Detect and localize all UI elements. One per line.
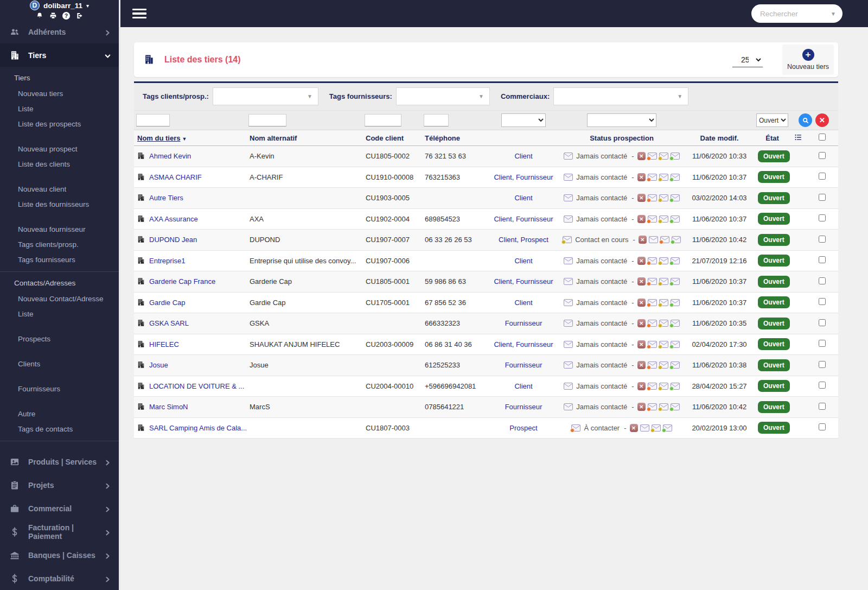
envelope-green-icon[interactable] (671, 215, 680, 223)
envelope-orange-icon[interactable] (648, 299, 657, 306)
x-icon[interactable]: ✕ (630, 424, 638, 432)
sidebar-item-projets[interactable]: Projets (0, 473, 119, 497)
type-links[interactable]: Fournisseur (505, 319, 542, 327)
type-links[interactable]: Fournisseur (505, 403, 542, 411)
search-button[interactable] (799, 113, 812, 127)
x-icon[interactable]: ✕ (637, 340, 646, 348)
envelope-plain-icon[interactable] (564, 215, 573, 223)
x-icon[interactable]: ✕ (639, 236, 647, 244)
search-altname-input[interactable] (248, 114, 286, 126)
envelope-orange-icon[interactable] (648, 341, 657, 348)
envelope-yellow-icon[interactable] (659, 383, 668, 390)
envelope-green-icon[interactable] (663, 424, 672, 432)
submenu-item-autre[interactable]: Autre (0, 406, 119, 421)
company-name-link[interactable]: Josue (149, 361, 168, 369)
sort-name-header[interactable]: Nom du tiers (137, 134, 180, 142)
envelope-plain-icon[interactable] (564, 257, 573, 264)
row-checkbox[interactable] (819, 382, 826, 389)
company-name-link[interactable]: AXA Assurance (149, 215, 198, 223)
row-checkbox[interactable] (819, 340, 826, 347)
sidebar-item-produits-services[interactable]: Produits | Services (0, 450, 119, 473)
row-checkbox[interactable] (819, 194, 826, 201)
company-name-link[interactable]: Gardie Cap (149, 299, 185, 307)
x-icon[interactable]: ✕ (637, 299, 646, 307)
submenu-item-fournisseurs[interactable]: Fournisseurs (0, 381, 119, 396)
type-links[interactable]: Client (514, 257, 532, 265)
search-code-input[interactable] (365, 114, 401, 126)
envelope-green-icon[interactable] (671, 194, 680, 201)
row-checkbox[interactable] (819, 319, 826, 326)
envelope-plain-icon[interactable] (564, 153, 573, 160)
submenu-item-tags-de-contacts[interactable]: Tags de contacts (0, 421, 119, 436)
envelope-yellow-icon[interactable] (659, 341, 668, 348)
company-name-link[interactable]: GSKA SARL (149, 319, 189, 327)
status-filter-select[interactable] (587, 113, 656, 127)
envelope-orange-icon[interactable] (648, 361, 657, 369)
column-selector-icon[interactable] (794, 135, 803, 143)
tags-fournisseurs-dropdown[interactable]: ▼ (396, 87, 490, 105)
envelope-yellow-icon[interactable] (652, 424, 661, 432)
submenu-item-liste[interactable]: Liste (0, 101, 119, 116)
company-name-link[interactable]: ASMAA CHARIF (149, 173, 202, 181)
envelope-plain-icon[interactable] (649, 236, 658, 243)
row-checkbox[interactable] (819, 173, 826, 180)
envelope-green-icon[interactable] (671, 383, 680, 390)
submenu-item-nouveau-prospect[interactable]: Nouveau prospect (0, 141, 119, 156)
submenu-item-liste-des-clients[interactable]: Liste des clients (0, 156, 119, 172)
company-name-link[interactable]: HIFELEC (149, 340, 179, 348)
envelope-yellow-icon[interactable] (659, 194, 668, 201)
envelope-plain-icon[interactable] (564, 361, 573, 369)
envelope-green-icon[interactable] (672, 236, 681, 243)
type-links[interactable]: Client (514, 382, 532, 390)
envelope-green-icon[interactable] (671, 361, 680, 369)
envelope-green-icon[interactable] (671, 320, 680, 327)
row-checkbox[interactable] (819, 423, 826, 430)
printer-icon[interactable] (49, 11, 57, 20)
envelope-plain-icon[interactable] (564, 341, 573, 348)
state-filter-select[interactable]: Ouvert (756, 113, 788, 127)
submenu-item-tags-clients-prosp-[interactable]: Tags clients/prosp. (0, 237, 119, 252)
type-links[interactable]: Client, Prospect (499, 236, 548, 244)
envelope-orange-icon[interactable] (648, 174, 657, 181)
help-icon[interactable]: ? (62, 12, 70, 20)
row-checkbox[interactable] (819, 403, 826, 410)
envelope-green-icon[interactable] (671, 174, 680, 181)
submenu-header-contacts-adresses[interactable]: Contacts/Adresses (0, 275, 119, 291)
commerciaux-dropdown[interactable]: ▼ (553, 87, 688, 105)
sidebar-item-facturation-paiement[interactable]: Facturation | Paiement (0, 520, 119, 543)
sidebar-item-tiers[interactable]: Tiers (0, 43, 119, 67)
x-icon[interactable]: ✕ (637, 277, 646, 286)
x-icon[interactable]: ✕ (637, 173, 646, 181)
submenu-item-liste-des-fournisseurs[interactable]: Liste des fournisseurs (0, 196, 119, 212)
brand-menu[interactable]: D dolibarr_11 ▾ (30, 1, 89, 10)
envelope-green-icon[interactable] (671, 153, 680, 160)
submenu-item-liste[interactable]: Liste (0, 306, 119, 321)
envelope-orange-icon[interactable] (648, 257, 657, 264)
envelope-yellow-icon[interactable] (659, 403, 668, 410)
type-links[interactable]: Client (514, 152, 532, 160)
x-icon[interactable]: ✕ (637, 257, 646, 265)
company-name-link[interactable]: Entreprise1 (149, 257, 185, 265)
envelope-plain-icon[interactable] (564, 299, 573, 306)
row-checkbox[interactable] (819, 277, 826, 284)
envelope-orange-icon[interactable] (660, 236, 669, 243)
x-icon[interactable]: ✕ (637, 152, 646, 160)
company-name-link[interactable]: DUPOND Jean (149, 236, 197, 244)
envelope-yellow-icon[interactable] (659, 361, 668, 369)
page-size-select[interactable]: 25 (732, 53, 763, 67)
chevron-down-icon[interactable]: ▼ (831, 11, 836, 17)
x-icon[interactable]: ✕ (637, 215, 646, 223)
sidebar-item-adh-rents[interactable]: Adhérents (0, 20, 119, 43)
row-checkbox[interactable] (819, 298, 826, 305)
envelope-orange-icon[interactable] (648, 278, 657, 285)
envelope-orange-icon[interactable] (571, 424, 580, 432)
search-phone-input[interactable] (424, 114, 449, 126)
company-name-link[interactable]: Marc SimoN (149, 403, 188, 411)
row-checkbox[interactable] (819, 152, 826, 159)
company-name-link[interactable]: LOCATION DE VOITURE & ... (149, 382, 244, 390)
envelope-plain-icon[interactable] (640, 424, 649, 432)
type-links[interactable]: Client, Fournisseur (494, 215, 553, 223)
envelope-yellow-icon[interactable] (563, 236, 572, 243)
type-links[interactable]: Client, Fournisseur (494, 173, 553, 181)
select-all-checkbox[interactable] (819, 134, 826, 141)
